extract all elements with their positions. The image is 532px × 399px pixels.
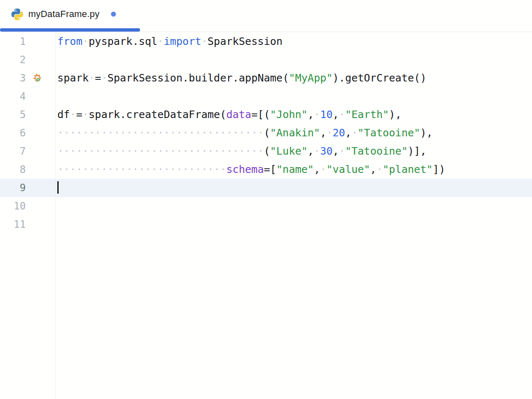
modified-indicator xyxy=(111,12,116,17)
token: SparkSession.builder.appName( xyxy=(107,72,289,84)
code-line[interactable]: 3 spark·=·SparkSession.builder.appName("… xyxy=(0,69,532,87)
line-number[interactable]: 11 xyxy=(0,215,26,234)
token: spark.createDataFrame( xyxy=(89,108,226,121)
code-line[interactable]: 1from·pyspark.sql·import·SparkSession xyxy=(0,32,532,51)
token: SparkSession xyxy=(207,35,283,47)
token: , xyxy=(320,127,326,139)
gutter: 3 xyxy=(0,69,55,87)
code-text[interactable] xyxy=(55,87,532,106)
code-line[interactable]: 8···························schema=["nam… xyxy=(0,160,532,179)
code-text[interactable]: ···························schema=["name… xyxy=(55,160,532,179)
line-number[interactable]: 7 xyxy=(0,142,26,160)
whitespace-dots: · xyxy=(101,72,107,84)
token-kw: from xyxy=(57,35,82,47)
token: ).getOrCreate() xyxy=(332,72,426,84)
active-tab-underline xyxy=(0,28,140,32)
token: = xyxy=(95,72,101,84)
token-str: "value" xyxy=(326,163,370,175)
gutter: 8 xyxy=(0,160,55,179)
code-text[interactable]: spark·=·SparkSession.builder.appName("My… xyxy=(55,69,532,87)
line-number[interactable]: 6 xyxy=(0,124,26,142)
token: , xyxy=(308,108,314,121)
token: ]) xyxy=(433,163,445,175)
token: df xyxy=(57,108,70,121)
line-number[interactable]: 5 xyxy=(0,106,26,124)
line-number[interactable]: 3 xyxy=(0,69,26,87)
token: , xyxy=(308,145,314,157)
whitespace-dots: · xyxy=(339,108,345,121)
gutter: 5 xyxy=(0,106,55,124)
text-cursor xyxy=(57,181,59,194)
code-text[interactable]: from·pyspark.sql·import·SparkSession xyxy=(55,32,532,51)
whitespace-dots: · xyxy=(82,108,89,121)
code-line[interactable]: 5df·=·spark.createDataFrame(data=[("John… xyxy=(0,106,532,124)
code-line[interactable]: 6·································("Anak… xyxy=(0,124,532,142)
token: =[( xyxy=(251,108,270,121)
token-str: "Luke" xyxy=(270,145,308,157)
whitespace-dots: · xyxy=(351,127,357,139)
token: = xyxy=(76,108,82,121)
line-number[interactable]: 10 xyxy=(0,197,26,215)
code-text[interactable]: ·································("Luke"… xyxy=(55,142,532,160)
code-line[interactable]: 7·································("Luke… xyxy=(0,142,532,160)
python-icon xyxy=(11,8,24,21)
code-line[interactable]: 2 xyxy=(0,51,532,69)
gutter: 6 xyxy=(0,124,55,142)
run-icon[interactable] xyxy=(31,72,44,84)
line-number[interactable]: 4 xyxy=(0,87,26,106)
token-param: data xyxy=(226,108,251,121)
whitespace-dots: · xyxy=(314,145,320,157)
token-str: "Earth" xyxy=(345,108,389,121)
token: , xyxy=(370,163,377,175)
code-text[interactable]: ·································("Anaki… xyxy=(55,124,532,142)
token-str: "planet" xyxy=(383,163,433,175)
code-line[interactable]: 4 xyxy=(0,87,532,106)
whitespace-dots: · xyxy=(70,108,76,121)
token: ( xyxy=(264,145,270,157)
token-str: "John" xyxy=(270,108,308,121)
token: ( xyxy=(264,127,270,139)
line-number[interactable]: 8 xyxy=(0,160,26,179)
code-text[interactable] xyxy=(55,51,532,69)
gutter: 2 xyxy=(0,51,55,69)
line-number[interactable]: 1 xyxy=(0,32,26,51)
whitespace-dots: · xyxy=(158,35,164,47)
gutter: 7 xyxy=(0,142,55,160)
token-str: "Tatooine" xyxy=(358,127,421,139)
whitespace-dots: · xyxy=(377,163,383,175)
whitespace-dots: · xyxy=(314,108,320,121)
run-icon-glyph xyxy=(32,73,43,84)
line-number[interactable]: 2 xyxy=(0,51,26,69)
token: pyspark.sql xyxy=(89,35,158,47)
code-text[interactable] xyxy=(55,215,532,234)
code-text[interactable]: df·=·spark.createDataFrame(data=[("John"… xyxy=(55,106,532,124)
tab-bar: myDataFrame.py xyxy=(0,0,532,32)
code-text[interactable] xyxy=(55,197,532,215)
tab-label: myDataFrame.py xyxy=(28,9,100,20)
code-text[interactable] xyxy=(55,179,532,197)
token-num: 10 xyxy=(320,108,332,121)
code-line[interactable]: 10 xyxy=(0,197,532,215)
tab-mydataframe[interactable]: myDataFrame.py xyxy=(0,0,140,28)
gutter: 1 xyxy=(0,32,55,51)
gutter-separator xyxy=(55,32,56,399)
token: , xyxy=(332,145,339,157)
code-line[interactable]: 11 xyxy=(0,215,532,234)
line-number[interactable]: 9 xyxy=(0,179,26,197)
gutter: 11 xyxy=(0,215,55,234)
token-num: 20 xyxy=(332,127,345,139)
token: , xyxy=(345,127,351,139)
whitespace-dots: ··························· xyxy=(57,163,226,175)
token-str: "Anakin" xyxy=(270,127,320,139)
token: ), xyxy=(420,127,433,139)
code-line[interactable]: 9 xyxy=(0,179,532,197)
whitespace-dots: ································· xyxy=(57,127,264,139)
token-kw: import xyxy=(164,35,201,47)
token: , xyxy=(332,108,339,121)
token-param: schema xyxy=(226,163,264,175)
token: , xyxy=(314,163,320,175)
code-editor[interactable]: 1from·pyspark.sql·import·SparkSession23 … xyxy=(0,32,532,399)
token: )], xyxy=(408,145,426,157)
whitespace-dots: ································· xyxy=(57,145,264,157)
whitespace-dots: · xyxy=(82,35,89,47)
